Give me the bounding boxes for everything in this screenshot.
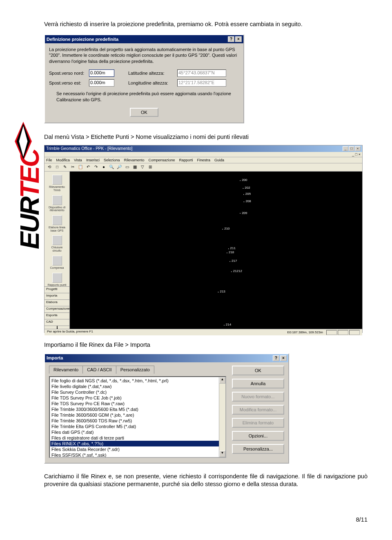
plot-point[interactable]: 211: [228, 246, 236, 250]
plot-point[interactable]: 213: [218, 290, 225, 293]
tool-icon[interactable]: ⟲: [46, 164, 53, 171]
ok-button[interactable]: OK: [232, 366, 284, 375]
menu-guida[interactable]: Guida: [214, 158, 224, 162]
scroll-down-icon[interactable]: ▼: [219, 451, 225, 457]
tool-icon: [52, 235, 62, 245]
import-dialog: Importa ? × RilevamentoCAD / ASCIIPerson…: [44, 353, 289, 464]
maximize-icon[interactable]: □: [349, 146, 354, 151]
menu-rilevamento[interactable]: Rilevamento: [124, 158, 144, 162]
app-statusbar: Per aprire la Guida, premere F1 E0:187.3…: [45, 329, 362, 335]
sidebar-tool[interactable]: Dispositivo di rilevamento: [47, 195, 67, 212]
ok-button[interactable]: OK: [130, 108, 158, 117]
plot-point[interactable]: 200: [239, 178, 247, 182]
tab-rilevamento[interactable]: Rilevamento: [49, 366, 83, 374]
list-item[interactable]: Files dati GPS (*.dat): [50, 429, 225, 435]
dialog-note: Se necessario l'origine di proiezione pr…: [56, 91, 239, 103]
longitude-input[interactable]: 12°21'17.58282"E: [177, 79, 226, 87]
help-button[interactable]: ?: [273, 355, 279, 361]
help-button[interactable]: ?: [228, 36, 234, 42]
logo-eur: EUR: [15, 198, 45, 249]
tool-icon[interactable]: 🔎: [116, 164, 122, 171]
tool-icon[interactable]: ⊞: [147, 164, 154, 171]
plot-point[interactable]: 209: [239, 211, 247, 215]
sidebar-tool[interactable]: Rapporto punti: [47, 273, 67, 287]
customize-button[interactable]: Personalizza...: [232, 444, 284, 454]
menu-seleziona[interactable]: Seleziona: [104, 158, 120, 162]
north-offset-input[interactable]: 0.000m: [89, 69, 114, 77]
list-item[interactable]: File foglio di dati NGS (*.dat, *.ds, *.…: [50, 378, 225, 384]
menu-file[interactable]: File: [46, 158, 52, 162]
list-item[interactable]: Files SSF/SSK (*.ssf, *.ssk): [50, 452, 225, 458]
child-close-icon[interactable]: ×: [359, 152, 361, 156]
sidebar-tool[interactable]: Chiusure circuito: [47, 235, 67, 252]
sidebar-tab-compensazione[interactable]: Compensazione: [45, 306, 69, 312]
plot-point[interactable]: 217: [229, 259, 237, 263]
tool-icon[interactable]: ●: [100, 164, 107, 171]
options-button[interactable]: Opzioni...: [232, 431, 284, 441]
tool-icon[interactable]: ▽: [139, 164, 146, 171]
list-item[interactable]: Files Sokkia Data Recorder (*.sdr): [50, 446, 225, 452]
tool-icon[interactable]: ↶: [85, 164, 91, 171]
sidebar-tool[interactable]: Rilevamento Trimb: [47, 175, 67, 192]
plot-point[interactable]: 202: [242, 186, 250, 190]
sidebar-pager[interactable]: [45, 326, 69, 329]
tool-icon[interactable]: □: [54, 164, 60, 171]
menu-finestra[interactable]: Finestra: [197, 158, 211, 162]
sidebar-tool-label: Chiusure circuito: [47, 246, 67, 252]
format-listbox[interactable]: File foglio di dati NGS (*.dat, *.ds, *.…: [49, 376, 226, 458]
sidebar-tab-cad[interactable]: CAD: [45, 319, 69, 326]
cancel-button[interactable]: Annulla: [232, 379, 284, 388]
list-item[interactable]: File TDS Survey Pro CE Raw (*.raw): [50, 401, 225, 406]
list-item[interactable]: File livello digitale (*.dat,*.raw): [50, 384, 225, 389]
list-item[interactable]: Files RINEX (*.obs, *.??o): [50, 441, 225, 446]
list-item[interactable]: File Survey Controller (*.dc): [50, 389, 225, 395]
plot-point[interactable]: 205: [243, 192, 251, 196]
list-item[interactable]: File Trimble 3300/3600/5600 Elta M5 (*.d…: [50, 406, 225, 412]
tool-icon[interactable]: 🔍: [108, 164, 115, 171]
tab-personalizzato[interactable]: Personalizzato: [116, 366, 154, 374]
dialog-titlebar: Definizione proiezione predefinita ? ×: [45, 35, 243, 43]
plot-point[interactable]: 208: [243, 199, 251, 203]
list-item[interactable]: File TDS Survey Pro CE Job (*.job): [50, 395, 225, 401]
close-button[interactable]: ×: [280, 355, 287, 361]
list-item[interactable]: File Trimble Elta GPS Controller M5 (*.d…: [50, 424, 225, 429]
app-plot-area[interactable]: 20020220520820921021121821721212213214: [70, 172, 362, 329]
tool-icon[interactable]: ▦: [131, 164, 138, 171]
delete-format-button: Elimina formato: [232, 418, 284, 428]
close-button[interactable]: ×: [235, 36, 242, 42]
latitude-input[interactable]: 45°27'43.06837"N: [177, 69, 226, 77]
tool-icon[interactable]: ▭: [124, 164, 130, 171]
north-offset-label: Spost.verso nord:: [49, 71, 85, 76]
close-icon[interactable]: ×: [355, 146, 361, 151]
scroll-up-icon[interactable]: ▲: [219, 377, 225, 384]
menu-inserisci[interactable]: Inserisci: [86, 158, 100, 162]
menu-compensazione[interactable]: Compensazione: [148, 158, 175, 162]
scrollbar[interactable]: ▲ ▼: [219, 377, 225, 457]
child-maximize-icon[interactable]: □: [355, 152, 357, 156]
plot-point[interactable]: 218: [226, 250, 234, 254]
list-item[interactable]: File Trimble 3600/5600 GDM (*.job, *.are…: [50, 412, 225, 418]
menu-vista[interactable]: Vista: [74, 158, 82, 162]
list-item[interactable]: File Trimble 3600/5600 TDS Raw (*.rw5): [50, 418, 225, 424]
tool-icon[interactable]: 📋: [77, 164, 84, 171]
tool-icon[interactable]: ↷: [93, 164, 99, 171]
minimize-icon[interactable]: _: [343, 146, 348, 151]
sidebar-tab-progetti[interactable]: Progetti: [45, 286, 69, 293]
plot-point[interactable]: 21212: [231, 269, 242, 273]
sidebar-tab-elabora[interactable]: Elabora: [45, 299, 69, 306]
app-child-titlebar: _ □ ×: [45, 152, 362, 157]
east-offset-input[interactable]: 0.000m: [89, 79, 114, 87]
child-minimize-icon[interactable]: _: [352, 152, 354, 156]
plot-point[interactable]: 214: [223, 323, 231, 326]
list-item[interactable]: Files di registratore dati di terze part…: [50, 435, 225, 441]
tab-cad-ascii[interactable]: CAD / ASCII: [82, 366, 116, 374]
sidebar-tool[interactable]: Elabora linea base GPS: [47, 215, 67, 232]
sidebar-tool[interactable]: Compensa: [47, 256, 67, 270]
plot-point[interactable]: 210: [222, 227, 229, 230]
sidebar-tab-esporta[interactable]: Esporta: [45, 312, 69, 319]
menu-modifica[interactable]: Modifica: [56, 158, 70, 162]
sidebar-tab-importa[interactable]: Importa: [45, 293, 69, 299]
menu-rapporti[interactable]: Rapporti: [179, 158, 193, 162]
tool-icon[interactable]: ✂: [69, 164, 76, 171]
tool-icon[interactable]: ✎: [62, 164, 68, 171]
